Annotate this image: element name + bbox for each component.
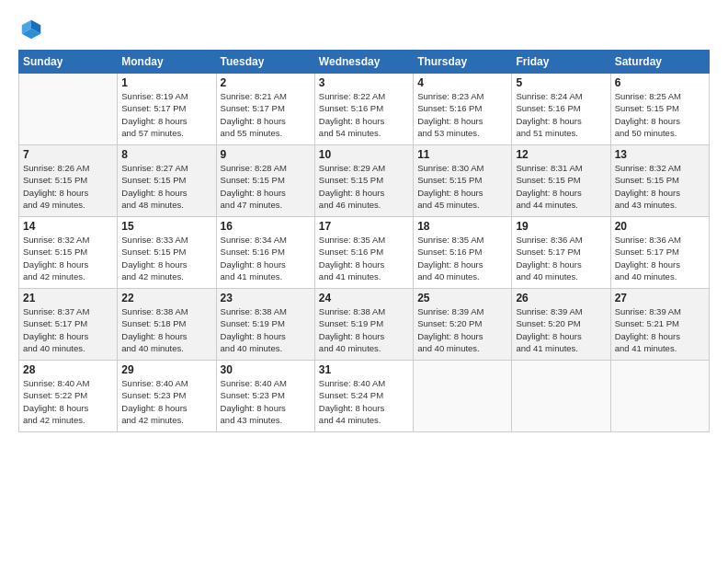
day-cell: 9Sunrise: 8:28 AMSunset: 5:15 PMDaylight… bbox=[216, 145, 314, 217]
day-number: 1 bbox=[121, 76, 211, 89]
day-cell bbox=[512, 361, 610, 432]
day-info: Sunrise: 8:34 AMSunset: 5:16 PMDaylight:… bbox=[221, 234, 311, 282]
header-cell-tuesday: Tuesday bbox=[216, 51, 314, 74]
day-info: Sunrise: 8:26 AMSunset: 5:15 PMDaylight:… bbox=[23, 162, 113, 211]
header-cell-thursday: Thursday bbox=[414, 51, 512, 74]
day-info: Sunrise: 8:24 AMSunset: 5:16 PMDaylight:… bbox=[516, 90, 606, 139]
day-cell: 29Sunrise: 8:40 AMSunset: 5:23 PMDayligh… bbox=[118, 361, 216, 432]
day-cell: 5Sunrise: 8:24 AMSunset: 5:16 PMDaylight… bbox=[512, 74, 610, 145]
day-cell bbox=[610, 361, 709, 432]
header-cell-sunday: Sunday bbox=[19, 51, 118, 74]
day-number: 20 bbox=[615, 220, 705, 233]
day-number: 15 bbox=[121, 220, 211, 233]
day-info: Sunrise: 8:27 AMSunset: 5:15 PMDaylight:… bbox=[121, 162, 211, 211]
header-cell-saturday: Saturday bbox=[610, 51, 709, 74]
day-cell bbox=[414, 361, 512, 432]
day-number: 28 bbox=[23, 363, 113, 376]
day-info: Sunrise: 8:32 AMSunset: 5:15 PMDaylight:… bbox=[615, 162, 705, 211]
day-cell: 18Sunrise: 8:35 AMSunset: 5:16 PMDayligh… bbox=[414, 217, 512, 289]
day-number: 31 bbox=[319, 363, 409, 376]
day-info: Sunrise: 8:38 AMSunset: 5:19 PMDaylight:… bbox=[221, 305, 311, 354]
day-cell: 10Sunrise: 8:29 AMSunset: 5:15 PMDayligh… bbox=[314, 145, 413, 217]
calendar-header: SundayMondayTuesdayWednesdayThursdayFrid… bbox=[19, 51, 710, 74]
day-cell: 20Sunrise: 8:36 AMSunset: 5:17 PMDayligh… bbox=[610, 217, 709, 289]
day-number: 17 bbox=[319, 220, 409, 233]
day-info: Sunrise: 8:36 AMSunset: 5:17 PMDaylight:… bbox=[615, 234, 705, 282]
day-info: Sunrise: 8:21 AMSunset: 5:17 PMDaylight:… bbox=[221, 90, 311, 139]
day-cell: 24Sunrise: 8:38 AMSunset: 5:19 PMDayligh… bbox=[314, 289, 413, 361]
day-info: Sunrise: 8:35 AMSunset: 5:16 PMDaylight:… bbox=[319, 234, 409, 282]
day-number: 8 bbox=[121, 148, 211, 161]
day-info: Sunrise: 8:30 AMSunset: 5:15 PMDaylight:… bbox=[417, 162, 507, 211]
week-row-5: 28Sunrise: 8:40 AMSunset: 5:22 PMDayligh… bbox=[19, 361, 710, 432]
day-cell: 2Sunrise: 8:21 AMSunset: 5:17 PMDaylight… bbox=[216, 74, 314, 145]
page: SundayMondayTuesdayWednesdayThursdayFrid… bbox=[0, 0, 728, 563]
day-info: Sunrise: 8:36 AMSunset: 5:17 PMDaylight:… bbox=[516, 234, 606, 282]
calendar-table: SundayMondayTuesdayWednesdayThursdayFrid… bbox=[18, 50, 710, 432]
day-cell: 22Sunrise: 8:38 AMSunset: 5:18 PMDayligh… bbox=[118, 289, 216, 361]
logo bbox=[18, 17, 48, 42]
day-info: Sunrise: 8:39 AMSunset: 5:20 PMDaylight:… bbox=[417, 305, 507, 354]
day-cell: 3Sunrise: 8:22 AMSunset: 5:16 PMDaylight… bbox=[314, 74, 413, 145]
day-cell: 17Sunrise: 8:35 AMSunset: 5:16 PMDayligh… bbox=[314, 217, 413, 289]
header-cell-monday: Monday bbox=[118, 51, 216, 74]
day-number: 5 bbox=[516, 76, 606, 89]
day-number: 6 bbox=[615, 76, 705, 89]
day-number: 13 bbox=[615, 148, 705, 161]
day-cell: 11Sunrise: 8:30 AMSunset: 5:15 PMDayligh… bbox=[414, 145, 512, 217]
week-row-3: 14Sunrise: 8:32 AMSunset: 5:15 PMDayligh… bbox=[19, 217, 710, 289]
day-cell: 19Sunrise: 8:36 AMSunset: 5:17 PMDayligh… bbox=[512, 217, 610, 289]
day-info: Sunrise: 8:35 AMSunset: 5:16 PMDaylight:… bbox=[417, 234, 507, 282]
day-number: 19 bbox=[516, 220, 606, 233]
day-number: 2 bbox=[221, 76, 311, 89]
day-number: 30 bbox=[221, 363, 311, 376]
day-info: Sunrise: 8:33 AMSunset: 5:15 PMDaylight:… bbox=[121, 234, 211, 282]
day-cell: 8Sunrise: 8:27 AMSunset: 5:15 PMDaylight… bbox=[118, 145, 216, 217]
day-cell: 12Sunrise: 8:31 AMSunset: 5:15 PMDayligh… bbox=[512, 145, 610, 217]
day-number: 21 bbox=[23, 292, 113, 304]
day-number: 3 bbox=[319, 76, 409, 89]
day-number: 25 bbox=[417, 292, 507, 304]
day-cell: 7Sunrise: 8:26 AMSunset: 5:15 PMDaylight… bbox=[19, 145, 118, 217]
day-info: Sunrise: 8:28 AMSunset: 5:15 PMDaylight:… bbox=[221, 162, 311, 211]
day-number: 4 bbox=[417, 76, 507, 89]
header-row: SundayMondayTuesdayWednesdayThursdayFrid… bbox=[19, 51, 710, 74]
calendar-body: 1Sunrise: 8:19 AMSunset: 5:17 PMDaylight… bbox=[19, 74, 710, 432]
day-number: 29 bbox=[121, 363, 211, 376]
day-info: Sunrise: 8:25 AMSunset: 5:15 PMDaylight:… bbox=[615, 90, 705, 139]
day-info: Sunrise: 8:38 AMSunset: 5:19 PMDaylight:… bbox=[319, 305, 409, 354]
day-cell: 23Sunrise: 8:38 AMSunset: 5:19 PMDayligh… bbox=[216, 289, 314, 361]
day-number: 27 bbox=[615, 292, 705, 304]
day-cell: 4Sunrise: 8:23 AMSunset: 5:16 PMDaylight… bbox=[414, 74, 512, 145]
day-number: 24 bbox=[319, 292, 409, 304]
day-number: 18 bbox=[417, 220, 507, 233]
day-cell: 16Sunrise: 8:34 AMSunset: 5:16 PMDayligh… bbox=[216, 217, 314, 289]
day-cell: 1Sunrise: 8:19 AMSunset: 5:17 PMDaylight… bbox=[118, 74, 216, 145]
day-cell: 27Sunrise: 8:39 AMSunset: 5:21 PMDayligh… bbox=[610, 289, 709, 361]
day-info: Sunrise: 8:40 AMSunset: 5:24 PMDaylight:… bbox=[319, 377, 409, 426]
day-number: 11 bbox=[417, 148, 507, 161]
day-number: 7 bbox=[23, 148, 113, 161]
day-number: 9 bbox=[221, 148, 311, 161]
day-info: Sunrise: 8:22 AMSunset: 5:16 PMDaylight:… bbox=[319, 90, 409, 139]
day-info: Sunrise: 8:32 AMSunset: 5:15 PMDaylight:… bbox=[23, 234, 113, 282]
day-number: 14 bbox=[23, 220, 113, 233]
day-info: Sunrise: 8:38 AMSunset: 5:18 PMDaylight:… bbox=[121, 305, 211, 354]
week-row-4: 21Sunrise: 8:37 AMSunset: 5:17 PMDayligh… bbox=[19, 289, 710, 361]
day-cell: 15Sunrise: 8:33 AMSunset: 5:15 PMDayligh… bbox=[118, 217, 216, 289]
header bbox=[18, 17, 710, 42]
day-info: Sunrise: 8:23 AMSunset: 5:16 PMDaylight:… bbox=[417, 90, 507, 139]
day-info: Sunrise: 8:40 AMSunset: 5:23 PMDaylight:… bbox=[121, 377, 211, 426]
day-number: 10 bbox=[319, 148, 409, 161]
logo-icon bbox=[18, 17, 44, 42]
day-cell: 30Sunrise: 8:40 AMSunset: 5:23 PMDayligh… bbox=[216, 361, 314, 432]
day-cell: 21Sunrise: 8:37 AMSunset: 5:17 PMDayligh… bbox=[19, 289, 118, 361]
day-number: 22 bbox=[121, 292, 211, 304]
day-cell: 13Sunrise: 8:32 AMSunset: 5:15 PMDayligh… bbox=[610, 145, 709, 217]
day-info: Sunrise: 8:40 AMSunset: 5:22 PMDaylight:… bbox=[23, 377, 113, 426]
day-info: Sunrise: 8:37 AMSunset: 5:17 PMDaylight:… bbox=[23, 305, 113, 354]
day-number: 26 bbox=[516, 292, 606, 304]
week-row-2: 7Sunrise: 8:26 AMSunset: 5:15 PMDaylight… bbox=[19, 145, 710, 217]
day-info: Sunrise: 8:40 AMSunset: 5:23 PMDaylight:… bbox=[221, 377, 311, 426]
week-row-1: 1Sunrise: 8:19 AMSunset: 5:17 PMDaylight… bbox=[19, 74, 710, 145]
